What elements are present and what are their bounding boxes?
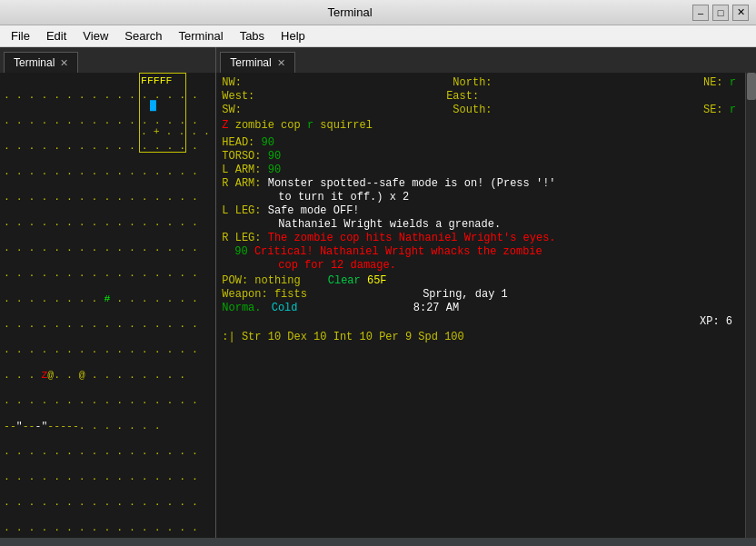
entity-line: Z zombie cop r squirrel [222, 119, 751, 133]
menu-help[interactable]: Help [274, 27, 313, 45]
dir-north-label: North: [453, 76, 492, 90]
right-tab-close[interactable]: ✕ [277, 57, 285, 69]
dir-east-space [671, 90, 736, 104]
close-button[interactable]: ✕ [732, 5, 749, 21]
window-controls-right[interactable]: – □ ✕ [692, 5, 749, 21]
right-terminal-content[interactable]: NW: North: NE: r West: East: SW: South: … [216, 73, 756, 538]
menu-view[interactable]: View [75, 27, 115, 45]
menu-bar: File Edit View Search Terminal Tabs Help [0, 25, 756, 47]
menu-tabs[interactable]: Tabs [233, 27, 272, 45]
map-display: . . . . . . . . . . . . . . . . . . . . … [4, 76, 212, 538]
minimize-button[interactable]: – [692, 5, 709, 21]
menu-terminal[interactable]: Terminal [172, 27, 231, 45]
dir-nw: NW: [222, 76, 242, 90]
dir-south: South: [453, 104, 492, 117]
dir-sw: SW: [222, 104, 242, 117]
menu-edit[interactable]: Edit [39, 27, 74, 45]
right-tab-label: Terminal [230, 56, 271, 69]
right-tab[interactable]: Terminal ✕ [220, 52, 294, 73]
body-stats: HEAD: 90 TORSO: 90 L ARM: 90 R ARM: Mons… [222, 136, 751, 344]
right-tab-bar: Terminal ✕ [216, 47, 756, 73]
dir-west: West: [222, 90, 254, 104]
dir-ne-group: NE: r [703, 76, 736, 90]
maximize-button[interactable]: □ [712, 5, 729, 21]
window-title: Terminal [7, 5, 692, 19]
terminals-container: Terminal ✕ . . . . . . . . . . . . . . .… [0, 47, 756, 538]
menu-file[interactable]: File [4, 27, 37, 45]
scrollbar-thumb[interactable] [747, 73, 756, 100]
left-terminal-content[interactable]: . . . . . . . . . . . . . . . . . . . . … [0, 73, 215, 538]
right-panel: Terminal ✕ NW: North: NE: r West: East: [216, 47, 756, 538]
scrollbar[interactable] [745, 73, 756, 538]
info-panel: NW: North: NE: r West: East: SW: South: … [222, 76, 751, 344]
title-bar: Terminal – □ ✕ [0, 0, 756, 25]
left-tab-label: Terminal [14, 56, 55, 69]
menu-search[interactable]: Search [117, 27, 169, 45]
dir-east: East: [446, 90, 479, 104]
left-tab-bar: Terminal ✕ [0, 47, 215, 73]
left-tab[interactable]: Terminal ✕ [4, 52, 78, 73]
left-panel: Terminal ✕ . . . . . . . . . . . . . . .… [0, 47, 216, 538]
left-tab-close[interactable]: ✕ [60, 57, 68, 69]
dir-se-group: SE: r [703, 104, 736, 117]
